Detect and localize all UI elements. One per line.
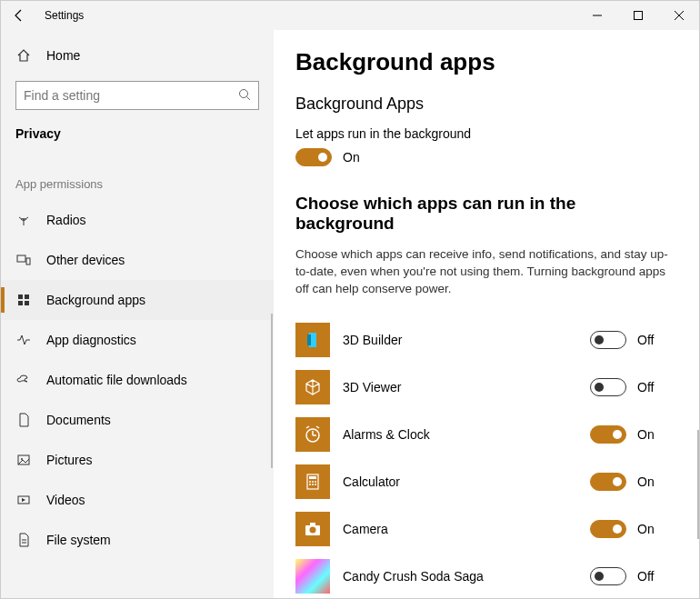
svg-marker-16: [22, 498, 25, 502]
svg-rect-9: [18, 295, 23, 299]
sidebar-item-documents[interactable]: Documents: [1, 400, 274, 440]
app-name-label: Calculator: [343, 474, 577, 489]
other-devices-icon: [15, 253, 32, 267]
videos-icon: [15, 493, 32, 507]
section-heading-1: Background Apps: [295, 95, 672, 114]
app-row: CameraOn: [295, 505, 672, 553]
sidebar-item-label: Pictures: [46, 453, 93, 467]
sidebar-item-label: App diagnostics: [46, 333, 136, 347]
app-toggle[interactable]: [590, 567, 626, 585]
app-toggle-state: On: [637, 474, 655, 489]
camera-icon: [295, 512, 330, 546]
app-name-label: Candy Crush Soda Saga: [343, 569, 577, 584]
sidebar: Home Privacy App permissions RadiosOther…: [1, 30, 274, 598]
filesystem-icon: [15, 533, 32, 547]
window-title: Settings: [37, 9, 84, 22]
sidebar-item-label: Documents: [46, 413, 111, 427]
master-toggle-label: Let apps run in the background: [295, 126, 672, 141]
svg-point-31: [309, 484, 311, 485]
sidebar-item-radios[interactable]: Radios: [1, 200, 274, 240]
svg-rect-35: [310, 523, 315, 525]
master-toggle-state: On: [343, 150, 360, 165]
svg-rect-27: [309, 476, 316, 479]
svg-rect-10: [25, 295, 29, 299]
content-pane: Background apps Background Apps Let apps…: [274, 30, 699, 598]
sidebar-item-label: Background apps: [46, 293, 145, 307]
svg-rect-7: [17, 255, 25, 262]
svg-point-30: [315, 481, 316, 483]
3d-builder-icon: [295, 323, 330, 357]
section-heading-2: Choose which apps can run in the backgro…: [295, 194, 672, 234]
close-button[interactable]: [658, 1, 699, 30]
app-row: Alarms & ClockOn: [295, 411, 672, 458]
app-toggle[interactable]: [590, 473, 626, 491]
sidebar-item-other-devices[interactable]: Other devices: [1, 240, 274, 280]
svg-rect-11: [18, 301, 23, 305]
sidebar-item-label: Automatic file downloads: [46, 373, 187, 387]
search-input[interactable]: [24, 88, 238, 103]
svg-point-36: [310, 526, 316, 533]
svg-rect-20: [307, 334, 311, 345]
minimize-button[interactable]: [576, 1, 617, 30]
app-name-label: Camera: [343, 522, 577, 536]
search-input-wrap[interactable]: [15, 81, 259, 110]
background-apps-icon: [15, 293, 32, 307]
svg-line-24: [306, 426, 309, 428]
master-toggle[interactable]: [295, 148, 332, 166]
app-toggle[interactable]: [590, 378, 626, 396]
sidebar-section: Privacy: [1, 119, 274, 150]
documents-icon: [15, 413, 32, 427]
calculator-icon: [295, 464, 330, 499]
app-toggle-state: On: [637, 427, 655, 442]
app-row: 3D BuilderOff: [295, 316, 672, 364]
sidebar-home-label: Home: [46, 48, 80, 63]
sidebar-item-label: Other devices: [46, 253, 125, 267]
svg-point-29: [312, 481, 314, 483]
svg-point-28: [309, 481, 311, 483]
sidebar-item-downloads[interactable]: Automatic file downloads: [1, 360, 274, 400]
home-icon: [15, 48, 32, 63]
app-name-label: 3D Builder: [343, 333, 577, 347]
svg-point-4: [240, 89, 248, 97]
sidebar-home[interactable]: Home: [1, 37, 274, 74]
app-toggle-state: On: [637, 522, 655, 536]
sidebar-item-label: File system: [46, 533, 111, 547]
svg-point-33: [315, 484, 316, 485]
candy-crush-icon: [295, 559, 330, 594]
sidebar-item-videos[interactable]: Videos: [1, 480, 274, 520]
svg-line-25: [316, 426, 319, 428]
app-row: Candy Crush Soda SagaOff: [295, 553, 672, 598]
sidebar-item-label: Videos: [46, 493, 85, 507]
svg-line-5: [247, 96, 251, 100]
app-toggle-state: Off: [637, 380, 654, 394]
sidebar-item-background-apps[interactable]: Background apps: [1, 280, 274, 320]
app-toggle[interactable]: [590, 331, 626, 349]
app-row: 3D ViewerOff: [295, 364, 672, 411]
back-button[interactable]: [1, 8, 37, 23]
section-description: Choose which apps can receive info, send…: [295, 246, 672, 298]
app-toggle-state: Off: [637, 333, 654, 347]
downloads-icon: [15, 373, 32, 387]
search-icon: [238, 88, 251, 104]
app-toggle[interactable]: [590, 425, 626, 444]
app-name-label: 3D Viewer: [343, 380, 577, 394]
alarms-icon: [295, 417, 330, 452]
pictures-icon: [15, 453, 32, 467]
svg-rect-12: [25, 301, 29, 305]
titlebar: Settings: [1, 1, 699, 30]
sidebar-group-label: App permissions: [1, 150, 274, 200]
app-toggle-state: Off: [637, 569, 654, 584]
3d-viewer-icon: [295, 370, 330, 404]
app-name-label: Alarms & Clock: [343, 427, 577, 442]
page-title: Background apps: [295, 48, 672, 76]
sidebar-item-diagnostics[interactable]: App diagnostics: [1, 320, 274, 360]
app-row: CalculatorOn: [295, 458, 672, 505]
content-scrollbar[interactable]: [697, 430, 699, 539]
sidebar-scrollbar[interactable]: [271, 314, 273, 468]
sidebar-item-label: Radios: [46, 213, 86, 227]
sidebar-item-pictures[interactable]: Pictures: [1, 440, 274, 480]
sidebar-item-filesystem[interactable]: File system: [1, 520, 274, 560]
svg-rect-8: [26, 258, 30, 265]
maximize-button[interactable]: [617, 1, 658, 30]
app-toggle[interactable]: [590, 520, 626, 538]
